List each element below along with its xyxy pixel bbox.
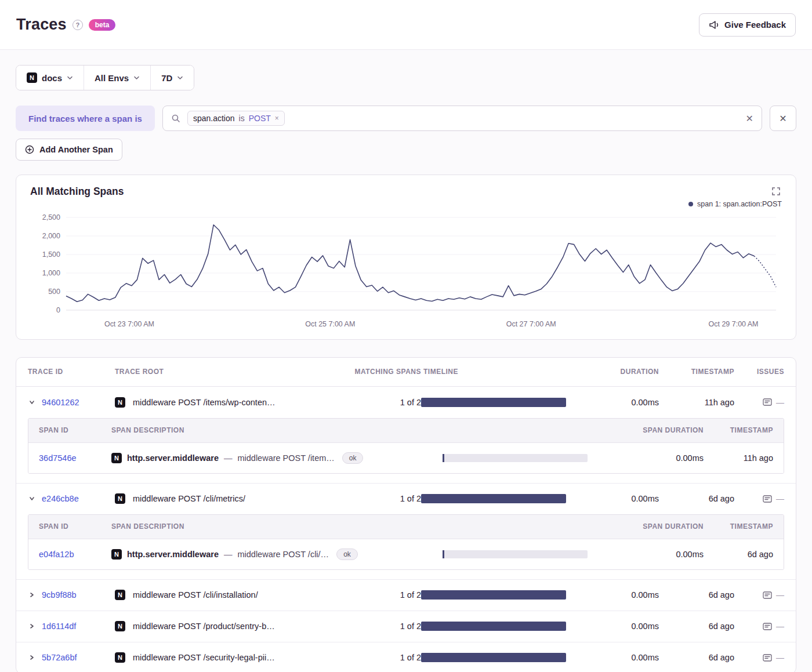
- environment-selector-label: All Envs: [95, 73, 129, 83]
- span-description: middleware POST /cli/…: [237, 550, 329, 559]
- span-timestamp-value[interactable]: 6d ago: [748, 550, 773, 559]
- legend-label: span 1: span.action:POST: [697, 200, 782, 208]
- expand-chevron-icon[interactable]: [28, 655, 36, 660]
- svg-text:1,000: 1,000: [42, 269, 60, 277]
- close-span-filter-button[interactable]: ✕: [770, 106, 796, 131]
- timeline-bar[interactable]: [421, 590, 566, 600]
- issues-count: —: [776, 653, 784, 662]
- issues-count: —: [776, 590, 784, 600]
- timestamp-value[interactable]: 6d ago: [709, 622, 734, 631]
- span-timeline-bar[interactable]: [443, 550, 588, 558]
- col-trace-root: TRACE ROOT: [115, 368, 340, 376]
- trace-row: 5b72a6bf N middleware POST /security-leg…: [16, 642, 796, 672]
- trace-id-link[interactable]: 94601262: [42, 398, 79, 407]
- nextjs-platform-icon: N: [27, 72, 37, 83]
- timeline-bar[interactable]: [421, 622, 566, 631]
- span-duration-value: 0.00ms: [617, 453, 704, 463]
- token-value: POST: [249, 114, 271, 123]
- col-trace-id: TRACE ID: [28, 368, 115, 376]
- fullscreen-icon: [771, 187, 781, 196]
- timestamp-value[interactable]: 6d ago: [709, 494, 734, 503]
- trace-id-link[interactable]: e246cb8e: [42, 494, 79, 503]
- token-operator: is: [239, 114, 245, 123]
- nextjs-platform-icon: N: [115, 590, 125, 600]
- main-content: N docs All Envs 7D Find traces wher: [0, 50, 812, 672]
- timestamp-value[interactable]: 11h ago: [705, 398, 734, 407]
- timeline-bar[interactable]: [421, 398, 566, 407]
- expand-chevron-icon[interactable]: [28, 592, 36, 598]
- trace-root-text: middleware POST /security-legal-pii…: [133, 653, 275, 662]
- traces-table: TRACE ID TRACE ROOT MATCHING SPANS TIMEL…: [16, 357, 796, 672]
- environment-selector[interactable]: All Envs: [84, 66, 150, 90]
- chevron-down-icon: [177, 75, 183, 80]
- expand-chevron-icon[interactable]: [28, 399, 36, 405]
- svg-text:Oct 23 7:00 AM: Oct 23 7:00 AM: [104, 320, 154, 328]
- matching-spans-value: 1 of 2: [340, 590, 421, 600]
- col-timestamp: TIMESTAMP: [659, 368, 734, 376]
- trace-rows: 94601262 N middleware POST /items/wp-con…: [16, 387, 796, 672]
- trace-id-link[interactable]: 9cb9f88b: [42, 590, 77, 600]
- issues-count: —: [776, 622, 784, 631]
- span-search-row: Find traces where a span is span.action …: [16, 106, 796, 131]
- help-icon[interactable]: ?: [72, 20, 83, 30]
- col-span-duration: SPAN DURATION: [617, 522, 704, 531]
- fullscreen-button[interactable]: [770, 186, 782, 199]
- trace-root-text: middleware POST /product/sentry-b…: [133, 622, 275, 631]
- traces-table-header: TRACE ID TRACE ROOT MATCHING SPANS TIMEL…: [16, 358, 796, 387]
- timeline-bar[interactable]: [421, 494, 566, 503]
- span-timestamp-value[interactable]: 11h ago: [744, 453, 773, 463]
- span-duration-value: 0.00ms: [617, 550, 704, 559]
- col-span-timestamp: TIMESTAMP: [704, 426, 773, 434]
- col-duration: DURATION: [595, 368, 659, 376]
- spans-chart-svg[interactable]: 05001,0001,5002,0002,500Oct 23 7:00 AMOc…: [30, 210, 782, 333]
- span-status-badge: ok: [342, 452, 364, 464]
- give-feedback-button[interactable]: Give Feedback: [699, 13, 796, 37]
- expand-chevron-icon[interactable]: [28, 496, 36, 502]
- col-span-id: SPAN ID: [39, 522, 111, 531]
- col-span-id: SPAN ID: [39, 426, 111, 434]
- span-id-link[interactable]: e04fa12b: [39, 550, 74, 559]
- date-range-selector[interactable]: 7D: [150, 66, 194, 90]
- col-issues: ISSUES: [734, 368, 784, 376]
- expand-chevron-icon[interactable]: [28, 623, 36, 629]
- chart-title: All Matching Spans: [30, 186, 124, 198]
- clear-search-icon[interactable]: ✕: [746, 113, 753, 124]
- col-span-description: SPAN DESCRIPTION: [111, 426, 443, 434]
- trace-id-link[interactable]: 1d6114df: [42, 622, 76, 631]
- matching-spans-value: 1 of 2: [340, 653, 421, 662]
- project-selector[interactable]: N docs: [16, 66, 84, 90]
- nextjs-platform-icon: N: [115, 493, 125, 504]
- add-another-span-button[interactable]: Add Another Span: [16, 139, 122, 161]
- span-separator: —: [224, 550, 233, 559]
- issues-icon: [763, 591, 772, 599]
- timestamp-value[interactable]: 6d ago: [709, 653, 734, 662]
- svg-text:1,500: 1,500: [42, 250, 60, 259]
- col-timeline: TIMELINE: [421, 368, 595, 376]
- matching-spans-value: 1 of 2: [340, 494, 421, 503]
- matching-spans-value: 1 of 2: [340, 398, 421, 407]
- timestamp-value[interactable]: 6d ago: [709, 590, 734, 600]
- matching-spans-value: 1 of 2: [340, 622, 421, 631]
- chart-legend: span 1: span.action:POST: [30, 200, 782, 208]
- trace-id-link[interactable]: 5b72a6bf: [42, 653, 77, 662]
- span-search-input[interactable]: span.action is POST × ✕: [162, 106, 762, 131]
- add-another-span-label: Add Another Span: [39, 145, 113, 154]
- issues-icon: [763, 495, 772, 503]
- svg-text:Oct 27 7:00 AM: Oct 27 7:00 AM: [506, 320, 556, 328]
- filter-token[interactable]: span.action is POST ×: [187, 111, 285, 126]
- matching-spans-chart-panel: All Matching Spans span 1: span.action:P…: [16, 175, 796, 340]
- issues-count: —: [776, 398, 784, 407]
- token-key: span.action: [193, 114, 235, 123]
- token-remove-icon[interactable]: ×: [275, 115, 279, 122]
- span-status-badge: ok: [336, 549, 358, 560]
- span-id-link[interactable]: 36d7546e: [39, 453, 77, 463]
- duration-value: 0.00ms: [595, 494, 659, 503]
- span-timeline-bar[interactable]: [443, 454, 588, 462]
- svg-text:Oct 25 7:00 AM: Oct 25 7:00 AM: [305, 320, 355, 328]
- col-span-description: SPAN DESCRIPTION: [111, 522, 443, 531]
- filter-bar: N docs All Envs 7D: [16, 65, 796, 90]
- nextjs-platform-icon: N: [115, 397, 125, 408]
- nextjs-platform-icon: N: [111, 453, 122, 463]
- timeline-bar[interactable]: [421, 653, 566, 662]
- svg-text:2,500: 2,500: [42, 213, 60, 221]
